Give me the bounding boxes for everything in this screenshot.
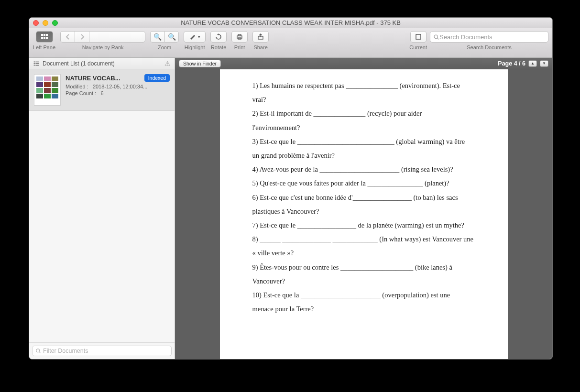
filter-bar [29,342,175,359]
rotate-label: Rotate [211,44,226,50]
document-text-line: un grand problème à l'avenir? [252,149,479,163]
app-window: NATURE VOCAB CONVERSATION CLASS WEAK INT… [29,17,553,359]
highlight-label: Highlight [185,44,205,50]
viewer-pane: Show in Finder Page 4 / 6 ▲ ▼ 1) Les hum… [175,58,552,359]
svg-rect-10 [416,34,421,39]
search-field[interactable] [430,31,548,43]
highlight-button[interactable]: ▾ [184,31,206,43]
document-text-line: 2) Est-il important de _______________ (… [252,107,479,120]
zoom-window-icon[interactable] [52,20,58,26]
document-text-line: menace pour la Terre? [252,302,479,316]
document-text-line: vrai? [252,93,479,107]
share-label: Share [253,44,267,50]
document-meta: NATURE VOCAB... Indexed Modified : 2018-… [66,74,170,106]
minimize-icon[interactable] [43,20,48,26]
page-indicator: Page 4 / 6 ▲ ▼ [498,60,548,67]
svg-rect-1 [44,34,45,36]
svg-rect-0 [41,34,43,36]
chevron-right-icon [78,33,86,41]
triangle-up-icon: ▲ [531,61,535,65]
triangle-down-icon: ▼ [542,61,546,65]
grid-icon [41,33,48,41]
zoom-in-button[interactable]: 🔍 [164,31,179,43]
search-input[interactable] [439,33,545,41]
svg-point-19 [36,349,40,352]
pagecount-label: Page Count : [66,90,96,96]
page-up-button[interactable]: ▲ [528,60,537,67]
filter-field[interactable] [32,346,172,356]
document-text-line: 1) Les humains ne respectent pas _______… [252,79,479,93]
warning-icon[interactable]: ⚠ [164,60,171,67]
svg-line-20 [39,352,41,353]
nav-forward-button[interactable] [75,31,89,43]
document-text-line: 9) Êtes-vous pour ou contre les ________… [252,261,479,274]
page-canvas[interactable]: 1) Les humains ne respectent pas _______… [175,69,552,359]
navigate-label: Navigate by Rank [82,44,124,50]
toolbar: Left Pane Navigate by Rank 🔍 🔍 [29,28,552,58]
chevron-left-icon [64,33,72,41]
share-button[interactable] [252,31,269,43]
frame-icon [415,33,422,41]
document-text-line: 4) Avez-vous peur de la ________________… [252,163,479,176]
chevron-down-icon: ▾ [198,34,200,39]
document-text-line: 7) Est-ce que le _________________ de la… [252,218,479,232]
modified-value: 2018-12-05, 12:00:34... [93,84,147,89]
svg-rect-5 [46,37,48,39]
svg-point-14 [33,63,34,64]
svg-point-15 [33,65,34,65]
document-text-line: « ville verte »? [252,246,479,260]
document-text-line: plastiques à Vancouver? [252,205,479,218]
document-text-line: 8) ______ ______________ _____________ (… [252,232,479,246]
close-icon[interactable] [33,20,39,26]
window-title: NATURE VOCAB CONVERSATION CLASS WEAK INT… [29,19,552,26]
titlebar: NATURE VOCAB CONVERSATION CLASS WEAK INT… [29,18,552,28]
nav-back-button[interactable] [60,31,75,43]
sidebar-header-text: Document List (1 document) [43,60,115,67]
document-text-line: 3) Est-ce que le _______________________… [252,135,479,149]
document-text-line: 6) Est-ce que c'est une bonne idée d'___… [252,191,479,205]
left-pane-button[interactable] [36,31,53,43]
sidebar-header: Document List (1 document) ⚠ [29,58,175,69]
svg-rect-4 [44,37,45,39]
indexed-badge: Indexed [144,74,170,82]
show-in-finder-button[interactable]: Show in Finder [179,60,221,67]
svg-point-11 [434,35,438,38]
left-pane-label: Left Pane [33,44,55,50]
search-label: Search Documents [467,44,512,50]
document-thumbnail [34,74,61,106]
share-icon [257,33,264,41]
content-area: Document List (1 document) ⚠ NATURE VOCA… [29,58,552,359]
search-icon [35,348,41,354]
viewer-top-bar: Show in Finder Page 4 / 6 ▲ ▼ [175,58,552,69]
rank-display [89,31,145,43]
page-down-button[interactable]: ▼ [540,60,548,67]
sidebar: Document List (1 document) ⚠ NATURE VOCA… [29,58,175,359]
document-text-line: 10) Est-ce que la ______________________… [252,288,479,302]
zoom-out-button[interactable]: 🔍 [150,31,164,43]
svg-rect-3 [41,37,43,39]
rotate-button[interactable] [210,31,227,43]
rotate-icon [215,33,222,41]
document-page: 1) Les humains ne respectent pas _______… [220,69,508,359]
current-button[interactable] [410,31,427,43]
svg-point-13 [33,61,34,62]
window-controls [33,20,58,26]
filter-input[interactable] [43,348,168,354]
svg-rect-7 [238,34,241,36]
svg-rect-2 [46,34,48,36]
zoom-label: Zoom [158,44,171,50]
document-list-item[interactable]: NATURE VOCAB... Indexed Modified : 2018-… [29,69,175,111]
printer-icon [236,33,243,41]
document-text-line: l'environnement? [252,121,479,135]
document-name: NATURE VOCAB... [66,75,120,82]
document-text-line: Vancouver? [252,274,479,288]
svg-line-12 [438,38,439,39]
zoom-in-icon: 🔍 [168,33,176,41]
print-button[interactable] [231,31,248,43]
print-label: Print [234,44,245,50]
zoom-out-icon: 🔍 [153,33,162,41]
modified-label: Modified : [66,84,88,89]
list-icon [33,60,40,67]
document-text-line: 5) Qu'est-ce que vous faites pour aider … [252,176,479,190]
current-label: Current [409,44,427,50]
